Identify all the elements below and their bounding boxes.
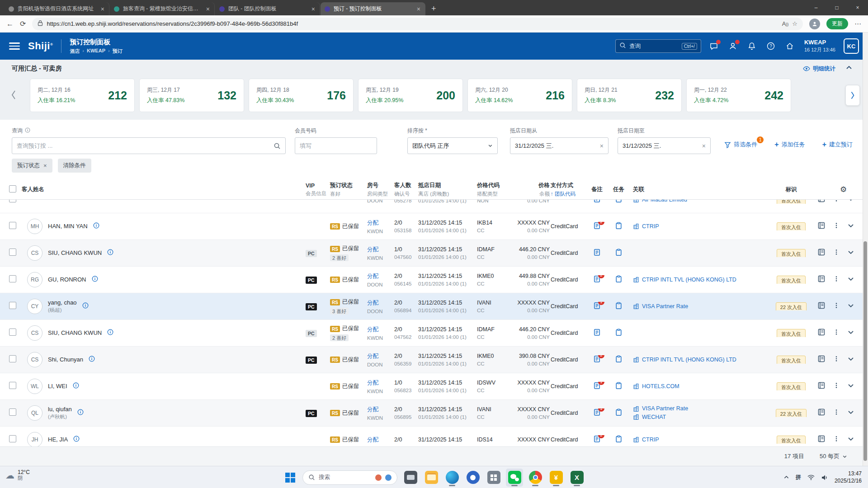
folio-icon[interactable]: [817, 435, 826, 445]
row-menu-icon[interactable]: [833, 328, 840, 338]
room-assignment-link[interactable]: 分配: [367, 326, 378, 333]
reservation-row[interactable]: CSShi, ChunyanPCRS已保留分配DOON2/005635931/1…: [0, 347, 868, 373]
guest-info-icon[interactable]: [107, 249, 113, 257]
notes-icon[interactable]: 2: [593, 222, 601, 230]
messages-icon[interactable]: [709, 42, 718, 51]
notes-icon[interactable]: 2: [593, 435, 601, 443]
association-link[interactable]: CTRIP INTL TVL (HONG KONG) LTD: [633, 276, 769, 284]
row-menu-icon[interactable]: [833, 248, 840, 258]
association-link[interactable]: HOTELS.COM: [633, 382, 769, 391]
row-expand-icon[interactable]: [847, 222, 854, 231]
folio-icon[interactable]: [817, 408, 826, 418]
task-icon[interactable]: [615, 382, 623, 389]
address-bar[interactable]: https://cn1.web.ep.shiji.world/reservati…: [32, 18, 803, 30]
guest-name[interactable]: lu, qiufan: [48, 406, 72, 413]
row-checkbox[interactable]: [9, 382, 16, 389]
create-reservation-button[interactable]: +建立预订: [822, 141, 853, 149]
row-checkbox[interactable]: [9, 355, 16, 362]
taskbar-clock[interactable]: 13:47 2025/12/16: [835, 470, 862, 484]
page-scrollbar[interactable]: [863, 33, 868, 466]
task-icon[interactable]: [615, 302, 623, 310]
association-link[interactable]: VISA Partner Rate: [633, 404, 769, 413]
notifications-bell-icon[interactable]: [747, 42, 756, 51]
start-button[interactable]: [283, 470, 298, 485]
filter-chip[interactable]: 清除条件: [58, 159, 91, 173]
carousel-right-arrow[interactable]: [845, 85, 860, 106]
site-lock-icon[interactable]: [38, 20, 43, 28]
row-menu-icon[interactable]: [833, 355, 840, 365]
browser-profile-avatar[interactable]: [809, 19, 820, 29]
property-block[interactable]: KWEAP 16 12月 13:46: [804, 39, 835, 53]
price-value[interactable]: XXXXX CNY: [509, 300, 550, 306]
browser-tab[interactable]: 团队 - 团队控制面板×: [215, 2, 320, 15]
chip-remove-icon[interactable]: ×: [43, 162, 47, 169]
query-info-icon[interactable]: [25, 127, 30, 134]
column-header[interactable]: 备注: [591, 186, 613, 193]
carousel-left-arrow[interactable]: [10, 89, 17, 102]
member-input[interactable]: 填写: [295, 137, 377, 154]
read-aloud-icon[interactable]: A)): [782, 20, 789, 27]
tab-close-icon[interactable]: ×: [205, 5, 211, 13]
availability-day-card[interactable]: 周三, 12月 17入住率 47.83%132: [139, 79, 244, 112]
room-assignment-link[interactable]: 分配: [367, 436, 378, 443]
guest-info-icon[interactable]: [73, 382, 79, 390]
association-link[interactable]: CTRIP INTL TVL (HONG KONG) LTD: [633, 356, 769, 364]
row-expand-icon[interactable]: [847, 249, 854, 258]
row-expand-icon[interactable]: [847, 382, 854, 391]
column-header[interactable]: 抵店日期离店 (房晚数): [418, 182, 477, 197]
taskbar-wechat-icon[interactable]: [506, 469, 523, 487]
column-header[interactable]: 预订状态喜好: [330, 182, 367, 197]
reservation-row[interactable]: QLlu, qiufan(卢秋帆)PCRS已保留分配KWDN2/00568953…: [0, 400, 868, 427]
add-task-button[interactable]: +添加任务: [774, 141, 805, 149]
row-checkbox[interactable]: [9, 249, 16, 256]
row-menu-icon[interactable]: [833, 408, 840, 418]
preference-count-chip[interactable]: 3 喜好: [330, 308, 349, 314]
browser-tab[interactable]: 贵阳机场智选假日酒店系统网址×: [5, 2, 109, 15]
notes-icon[interactable]: [593, 328, 601, 336]
collapse-availability-icon[interactable]: [845, 64, 853, 73]
taskbar-excel-icon[interactable]: X: [568, 469, 585, 487]
folio-icon[interactable]: [817, 248, 826, 258]
folio-icon[interactable]: [817, 328, 826, 338]
folio-icon[interactable]: [817, 200, 826, 205]
guest-name[interactable]: HE, JIA: [48, 436, 68, 444]
folio-icon[interactable]: [817, 381, 826, 391]
availability-day-card[interactable]: 周二, 12月 16入住率 16.21%212: [30, 79, 135, 112]
column-header[interactable]: 关联: [633, 186, 769, 193]
row-expand-icon[interactable]: [847, 408, 854, 418]
column-header[interactable]: 客人姓名: [22, 186, 306, 193]
favorite-star-icon[interactable]: ☆: [792, 20, 797, 27]
row-checkbox[interactable]: [9, 302, 16, 309]
room-assignment-link[interactable]: 分配: [367, 220, 378, 226]
row-menu-icon[interactable]: [833, 381, 840, 391]
tab-close-icon[interactable]: ×: [311, 5, 316, 13]
help-icon[interactable]: ?: [766, 42, 775, 51]
guest-name[interactable]: GU, RONRON: [48, 276, 86, 284]
task-icon[interactable]: [615, 435, 623, 443]
arrival-from-clear-icon[interactable]: ×: [600, 142, 604, 150]
select-all-checkbox[interactable]: [9, 185, 16, 192]
taskbar-search[interactable]: 搜索: [302, 470, 397, 485]
price-value[interactable]: XXXXX CNY: [509, 220, 550, 226]
row-menu-icon[interactable]: [833, 275, 840, 285]
association-link[interactable]: WECHAT: [633, 413, 769, 422]
window-minimize-button[interactable]: –: [806, 0, 826, 15]
column-header[interactable]: 房号房间类型: [367, 182, 394, 197]
availability-day-card[interactable]: 周六, 12月 20入住率 14.62%216: [467, 79, 572, 112]
notes-icon[interactable]: [593, 249, 601, 256]
row-menu-icon[interactable]: [833, 221, 840, 231]
user-avatar[interactable]: KC: [844, 38, 859, 54]
menu-icon[interactable]: [9, 42, 20, 50]
reservation-row[interactable]: CYyang, chao(杨超)PCRS已保留3 喜好分配DOON2/00568…: [0, 293, 868, 320]
task-icon[interactable]: [615, 222, 623, 230]
room-assignment-link[interactable]: 分配: [367, 273, 378, 279]
column-header[interactable]: 支付方式↑ 团队代码: [551, 182, 591, 197]
association-link[interactable]: Air Macau Limited: [633, 200, 769, 204]
tab-close-icon[interactable]: ×: [100, 5, 105, 13]
scrollbar-thumb[interactable]: [863, 241, 867, 461]
notes-icon[interactable]: 2: [593, 355, 601, 363]
room-assignment-link[interactable]: 分配: [367, 406, 378, 413]
detail-stats-link[interactable]: 明细统计: [803, 65, 835, 73]
notes-icon[interactable]: [593, 200, 601, 203]
guest-info-icon[interactable]: [93, 222, 99, 230]
